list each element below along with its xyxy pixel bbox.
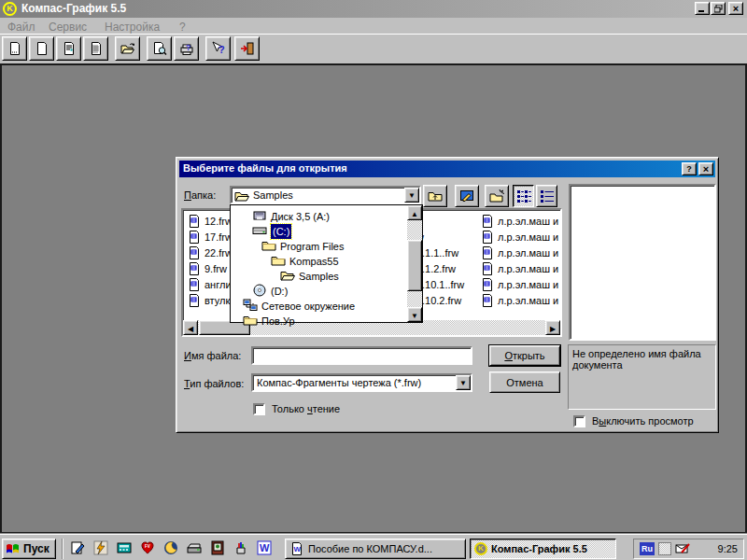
taskbar-button-label: Компас-График 5.5	[491, 543, 587, 554]
taskbar-button-kompas-active[interactable]: K Компас-График 5.5	[470, 539, 616, 559]
file-item[interactable]: л.р.эл.маш и а	[498, 293, 562, 308]
preview-off-label: Выключить просмотр	[592, 415, 694, 427]
taskbar-button-label: Пособие по КОМПАСУ.d...	[308, 543, 432, 554]
mail-icon[interactable]	[675, 541, 690, 556]
open-button[interactable]: Открыть	[488, 344, 561, 367]
folder-combobox-value: Samples	[253, 189, 293, 201]
checkbox-box[interactable]	[253, 403, 265, 415]
filetype-combobox[interactable]: Компас-Фрагменты чертежа (*.frw) ▼	[251, 373, 472, 392]
quicklaunch-paint-icon[interactable]	[233, 540, 248, 555]
tray-clock[interactable]: 9:25	[718, 543, 738, 554]
context-help-button[interactable]	[205, 36, 231, 61]
open-file-dialog: Выберите файлы для открытия ? × Папка: S…	[176, 157, 719, 433]
language-indicator[interactable]: Ru	[640, 542, 655, 555]
menu-bar: Файл Сервис Настройка ?	[0, 18, 747, 35]
window-title: Компас-График 5.5	[21, 2, 126, 15]
scheduler-icon[interactable]	[658, 542, 671, 555]
new-document-button[interactable]	[29, 36, 54, 61]
quicklaunch-word-icon[interactable]: W	[257, 540, 272, 555]
folder-label: Папка:	[184, 189, 216, 201]
scroll-right-button[interactable]: ▶	[545, 320, 560, 335]
word-doc-icon	[289, 541, 304, 556]
svg-text:FV: FV	[145, 544, 150, 549]
menu-service[interactable]: Сервис	[49, 21, 87, 34]
scroll-down-button[interactable]: ▼	[407, 307, 422, 322]
file-item[interactable]: л.р.эл.маш и а	[498, 277, 562, 292]
close-button[interactable]: ×	[728, 2, 743, 15]
minimize-button[interactable]	[695, 2, 710, 15]
new-fragment-button[interactable]	[2, 36, 27, 61]
taskbar-divider	[62, 539, 63, 559]
quicklaunch-moon-icon[interactable]	[163, 540, 178, 555]
file-item[interactable]: л.р.эл.маш и а	[498, 261, 562, 276]
start-flag-icon	[6, 542, 21, 555]
quicklaunch-notepad-icon[interactable]	[70, 540, 85, 555]
open-button-toolbar[interactable]	[115, 36, 140, 61]
quicklaunch-scanner-icon[interactable]	[187, 540, 202, 555]
list-view-button[interactable]	[513, 185, 534, 207]
menu-file[interactable]: Файл	[7, 21, 35, 34]
folder-dropdown-list[interactable]: Диск 3,5 (A:) (C:) Program Files Kompas5…	[230, 204, 423, 323]
start-button[interactable]: Пуск	[2, 539, 56, 559]
taskbar-button-posobie[interactable]: Пособие по КОМПАСУ.d...	[285, 539, 466, 559]
readonly-label: Только чтение	[272, 403, 340, 414]
file-item[interactable]: л.р.эл.маш и а	[498, 214, 562, 229]
file-item[interactable]: втулк	[204, 293, 230, 308]
file-item[interactable]: 22.frw	[204, 245, 233, 260]
filename-input[interactable]	[251, 346, 472, 365]
file-item[interactable]: англи	[204, 277, 232, 292]
system-tray: Ru 9:25	[633, 539, 744, 559]
scroll-up-button[interactable]: ▲	[407, 205, 422, 220]
filetype-label: Тип файлов:	[184, 378, 244, 389]
menu-help[interactable]: ?	[179, 21, 186, 34]
preview-message-box: Не определено имя файла документа	[568, 344, 716, 410]
up-one-level-button[interactable]	[423, 185, 447, 207]
dialog-help-button[interactable]: ?	[682, 162, 697, 175]
file-item[interactable]: 9.frw	[204, 261, 227, 276]
screen: { "colors": { "desktop_workarea": "#8080…	[0, 0, 747, 560]
dropdown-vscrollbar[interactable]: ▲ ▼	[407, 205, 422, 322]
main-toolbar	[0, 35, 747, 63]
desktop-button[interactable]	[455, 185, 479, 207]
create-new-folder-button[interactable]	[485, 185, 509, 207]
preview-message: Не определено имя файла документа	[572, 348, 701, 371]
exit-button[interactable]	[234, 36, 260, 61]
dialog-titlebar[interactable]: Выберите файлы для открытия ? ×	[179, 161, 715, 177]
cancel-button[interactable]: Отмена	[489, 371, 560, 393]
svg-text:W: W	[260, 542, 270, 553]
dialog-title: Выберите файлы для открытия	[183, 162, 347, 174]
new-text-document-button[interactable]	[56, 36, 81, 61]
print-preview-button[interactable]	[147, 36, 172, 61]
dialog-close-button[interactable]: ×	[698, 162, 713, 175]
menu-settings[interactable]: Настройка	[105, 21, 160, 34]
filetype-value: Компас-Фрагменты чертежа (*.frw)	[257, 377, 421, 388]
file-item[interactable]: л.р.эл.маш и а	[498, 245, 562, 260]
filetype-combobox-arrow[interactable]: ▼	[456, 375, 471, 390]
window-titlebar[interactable]: K Компас-График 5.5 ×	[0, 0, 747, 18]
preview-panel	[569, 184, 716, 341]
file-item[interactable]: 12.frw	[204, 214, 233, 229]
checkbox-box[interactable]	[573, 415, 585, 427]
file-item[interactable]: п.10.1..frw	[416, 277, 464, 292]
quicklaunch-imaging-icon[interactable]	[210, 540, 225, 555]
kompas-icon: K	[474, 542, 487, 555]
start-label: Пуск	[23, 542, 49, 555]
filename-label: Имя файла:	[184, 350, 241, 361]
scroll-left-button[interactable]: ◀	[183, 320, 198, 335]
folder-combobox-arrow[interactable]: ▼	[404, 188, 419, 203]
restore-button[interactable]	[711, 2, 726, 15]
app-logo-icon: K	[3, 2, 17, 16]
quicklaunch-heart-icon[interactable]: FV	[140, 540, 155, 555]
new-sheet-button[interactable]	[83, 36, 108, 61]
file-item[interactable]: п.10.2.frw	[416, 293, 461, 308]
file-item[interactable]: 17.frw	[204, 230, 233, 245]
folder-combobox[interactable]: Samples ▼	[230, 186, 421, 204]
quicklaunch-winamp-icon[interactable]	[93, 540, 108, 555]
scroll-thumb[interactable]	[407, 240, 422, 291]
print-help-button[interactable]	[174, 36, 199, 61]
taskbar: Пуск FV W Пособие по КОМПАСУ.d... K Комп…	[0, 534, 747, 560]
quicklaunch-calculator-icon[interactable]	[117, 540, 132, 555]
file-item[interactable]: л.р.эл.маш и а	[498, 230, 562, 245]
details-view-button[interactable]	[536, 185, 557, 207]
